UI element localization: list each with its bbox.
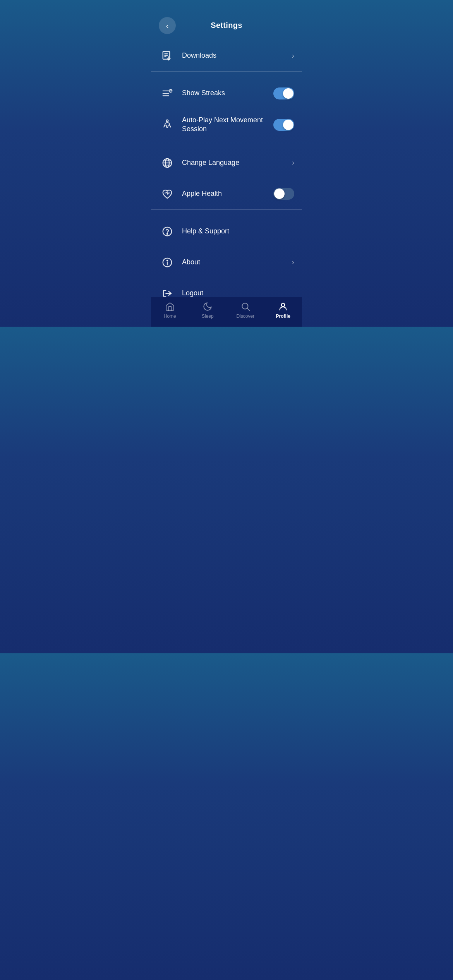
settings-content: Downloads › Show Streaks: [151, 37, 302, 297]
logout-label: Logout: [182, 289, 294, 297]
auto-play-item[interactable]: Auto-Play Next Movement Session: [151, 109, 302, 141]
tab-sleep[interactable]: Sleep: [189, 301, 227, 319]
change-language-chevron-icon: ›: [292, 159, 294, 167]
heart-health-icon: [159, 185, 176, 202]
tab-discover-label: Discover: [236, 314, 254, 319]
section-lang-health: Change Language › Apple Health: [151, 144, 302, 213]
change-language-item[interactable]: Change Language ›: [151, 147, 302, 178]
about-chevron-icon: ›: [292, 258, 294, 266]
section-toggles1: Show Streaks Auto-Play Next Movement Ses…: [151, 75, 302, 144]
svg-line-21: [247, 308, 250, 311]
show-streaks-label: Show Streaks: [182, 89, 273, 98]
section3-divider: [151, 209, 302, 210]
section2-divider: [151, 141, 302, 141]
apple-health-toggle[interactable]: [273, 188, 294, 200]
back-button[interactable]: ‹: [159, 17, 176, 34]
tab-home[interactable]: Home: [151, 301, 189, 319]
show-streaks-toggle[interactable]: [273, 87, 294, 99]
section1-divider: [151, 71, 302, 72]
downloads-item[interactable]: Downloads ›: [151, 40, 302, 71]
change-language-label: Change Language: [182, 158, 292, 167]
help-icon: [159, 223, 176, 240]
globe-icon: [159, 154, 176, 171]
auto-play-knob: [283, 120, 293, 130]
profile-icon: [278, 301, 288, 312]
downloads-chevron-icon: ›: [292, 52, 294, 60]
auto-play-toggle[interactable]: [273, 119, 294, 131]
tab-bar: Home Sleep Discover Profile: [151, 297, 302, 327]
apple-health-item[interactable]: Apple Health: [151, 178, 302, 209]
about-label: About: [182, 258, 292, 267]
svg-point-18: [167, 260, 168, 261]
show-streaks-knob: [283, 88, 293, 99]
tab-profile[interactable]: Profile: [264, 301, 302, 319]
help-support-label: Help & Support: [182, 227, 294, 236]
logout-item[interactable]: Logout: [151, 278, 302, 297]
download-icon: [159, 47, 176, 64]
tab-profile-label: Profile: [276, 314, 290, 319]
streaks-icon: [159, 85, 176, 102]
home-icon: [165, 301, 175, 312]
tab-sleep-label: Sleep: [202, 314, 214, 319]
auto-play-label: Auto-Play Next Movement Session: [182, 116, 273, 134]
sleep-icon: [202, 301, 213, 312]
apple-health-label: Apple Health: [182, 189, 273, 198]
apple-health-knob: [274, 188, 285, 199]
downloads-label: Downloads: [182, 51, 292, 60]
about-item[interactable]: About ›: [151, 247, 302, 278]
tab-discover[interactable]: Discover: [226, 301, 264, 319]
logout-icon: [159, 285, 176, 297]
info-icon: [159, 254, 176, 271]
page-title: Settings: [211, 21, 242, 30]
section-downloads: Downloads ›: [151, 37, 302, 75]
discover-icon: [240, 301, 251, 312]
svg-point-15: [167, 233, 168, 235]
help-support-item[interactable]: Help & Support: [151, 216, 302, 247]
section-misc: Help & Support About › Logout: [151, 213, 302, 297]
svg-point-8: [166, 120, 168, 122]
svg-point-23: [281, 303, 285, 307]
back-arrow-icon: ‹: [166, 22, 169, 29]
show-streaks-item[interactable]: Show Streaks: [151, 78, 302, 109]
header: ‹ Settings: [151, 0, 302, 37]
tab-home-label: Home: [164, 314, 176, 319]
movement-icon: [159, 116, 176, 133]
